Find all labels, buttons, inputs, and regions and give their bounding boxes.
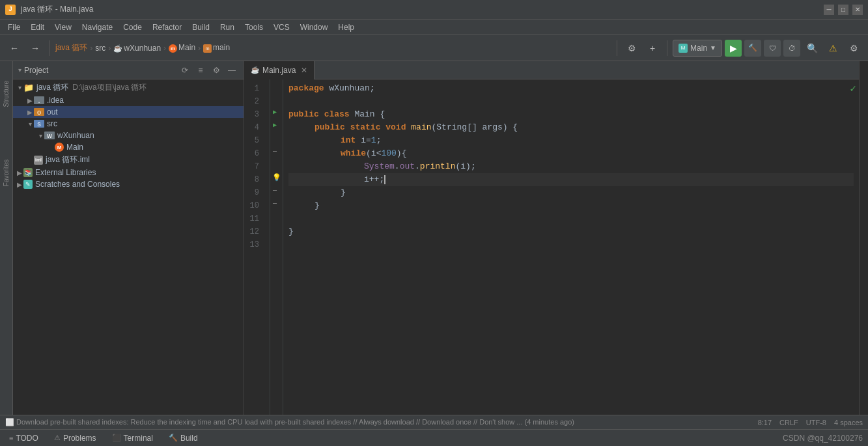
menu-edit[interactable]: Edit: [25, 21, 49, 33]
gutter-run-btn-4[interactable]: ▶: [270, 118, 279, 132]
ide-settings-button[interactable]: ⚙: [845, 39, 863, 57]
editor-content[interactable]: 1 2 3 4 5 6 7 8 9 10 11 12 13 ▶ ▶: [244, 79, 859, 415]
menu-tools[interactable]: Tools: [240, 21, 268, 33]
tree-out-arrow: ▶: [26, 109, 34, 116]
gutter-line-5: [270, 132, 283, 145]
window-controls: ─ □ ✕: [824, 5, 863, 15]
bottom-tab-problems[interactable]: ⚠ Problems: [50, 432, 100, 444]
code-line-1: package wXunhuan;: [288, 82, 854, 95]
toolbar-settings-btn[interactable]: ⚙: [623, 39, 641, 57]
src-folder-label: src: [47, 119, 57, 128]
project-sync-btn[interactable]: ⟳: [178, 64, 191, 77]
maximize-button[interactable]: □: [838, 5, 848, 15]
toolbar-back-btn[interactable]: ←: [5, 39, 23, 57]
gutter-line-8: 💡: [270, 171, 283, 184]
todo-label: TODO: [16, 434, 38, 443]
menu-file[interactable]: File: [3, 21, 25, 33]
search-everywhere-button[interactable]: 🔍: [803, 39, 821, 57]
root-project-path: D:\java项目\java 循环: [72, 82, 147, 93]
menu-window[interactable]: Window: [295, 21, 333, 33]
build-button[interactable]: 🔨: [744, 40, 761, 57]
breadcrumb-sep-3: ›: [163, 44, 166, 53]
line-separator[interactable]: CRLF: [779, 419, 798, 426]
menu-code[interactable]: Code: [118, 21, 147, 33]
gutter-fold-btn-10[interactable]: —: [270, 197, 279, 210]
tree-src-item[interactable]: ▾ s src: [13, 118, 244, 130]
breadcrumb-item-3[interactable]: ☕wXunhuan: [113, 44, 161, 53]
code-area[interactable]: package wXunhuan; public class Main { pu…: [283, 79, 859, 415]
project-settings-btn[interactable]: ⚙: [210, 64, 223, 77]
bottom-tab-build[interactable]: 🔨 Build: [165, 432, 202, 444]
run-button[interactable]: ▶: [725, 40, 742, 57]
breadcrumb-item-1[interactable]: java 循环: [55, 42, 87, 53]
close-button[interactable]: ✕: [852, 5, 863, 15]
tree-root-item[interactable]: ▾ 📁 java 循环 D:\java项目\java 循环: [13, 81, 244, 94]
status-bar: ⬜ Download pre-built shared indexes: Red…: [0, 415, 868, 429]
profile-button[interactable]: ⏱: [783, 40, 800, 57]
favorites-tab[interactable]: Favorites: [3, 160, 10, 186]
menu-run[interactable]: Run: [215, 21, 240, 33]
structure-tab[interactable]: Structure: [3, 81, 10, 107]
tree-root-arrow: ▾: [16, 84, 23, 91]
gutter-line-2: [270, 92, 283, 105]
external-lib-label: External Libraries: [35, 168, 96, 177]
project-header: ▾ Project ⟳ ≡ ⚙ —: [13, 61, 244, 79]
tree-main-item[interactable]: ▶ M Main: [13, 141, 244, 153]
bottom-tab-todo[interactable]: ≡ TODO: [5, 432, 42, 444]
status-bar-right: 8:17 CRLF UTF-8 4 spaces: [758, 419, 863, 426]
tree-scratches-item[interactable]: ▶ ✎ Scratches and Consoles: [13, 178, 244, 190]
indent-setting[interactable]: 4 spaces: [834, 419, 863, 426]
build-tab-icon: 🔨: [169, 434, 178, 442]
toolbar-forward-btn[interactable]: →: [26, 39, 44, 57]
gutter-fold-btn-6[interactable]: —: [270, 145, 279, 158]
project-collapse-btn[interactable]: ≡: [194, 64, 207, 77]
tree-external-arrow: ▶: [16, 169, 23, 176]
iml-file-label: java 循环.iml: [46, 154, 90, 165]
project-dropdown-icon: ▾: [18, 66, 21, 74]
project-close-btn[interactable]: —: [225, 64, 238, 77]
menu-view[interactable]: View: [49, 21, 77, 33]
toolbar-right: 🔍 ⚠ ⚙: [803, 39, 863, 57]
toolbar: ← → java 循环 › src › ☕wXunhuan › mMain › …: [0, 35, 868, 61]
tree-external-item[interactable]: ▶ 📚 External Libraries: [13, 167, 244, 178]
cursor-position[interactable]: 8:17: [758, 419, 772, 426]
tree-out-item[interactable]: ▶ o out: [13, 106, 244, 118]
problems-icon: ⚠: [54, 434, 61, 442]
line-numbers: 1 2 3 4 5 6 7 8 9 10 11 12 13: [244, 79, 270, 415]
menu-vcs[interactable]: VCS: [268, 21, 295, 33]
bottom-right: CSDN @qq_42100276: [783, 434, 863, 443]
breadcrumb-item-4[interactable]: mMain: [169, 43, 195, 53]
tree-scratches-arrow: ▶: [16, 181, 23, 188]
menu-build[interactable]: Build: [187, 21, 215, 33]
code-line-13: [288, 238, 854, 251]
breadcrumb-item-5[interactable]: mmain: [203, 43, 230, 53]
menu-navigate[interactable]: Navigate: [77, 21, 118, 33]
tree-wxunhuan-item[interactable]: ▾ w wXunhuan: [13, 130, 244, 141]
toolbar-separator-1: [49, 40, 50, 56]
terminal-label: Terminal: [124, 434, 153, 443]
tree-iml-item[interactable]: ▶ iml java 循环.iml: [13, 153, 244, 167]
toolbar-add-btn[interactable]: +: [643, 39, 662, 57]
notifications-button[interactable]: ⚠: [824, 39, 842, 57]
tab-close-btn[interactable]: ✕: [301, 66, 307, 75]
gutter-run-btn-3[interactable]: ▶: [270, 105, 279, 118]
tab-main-java[interactable]: ☕ Main.java ✕: [244, 61, 315, 79]
coverage-button[interactable]: 🛡: [764, 40, 781, 57]
file-encoding[interactable]: UTF-8: [806, 419, 826, 426]
minimize-button[interactable]: ─: [824, 5, 834, 15]
wxunhuan-folder-label: wXunhuan: [57, 131, 94, 140]
file-tree: ▾ 📁 java 循环 D:\java项目\java 循环 ▶ . .idea …: [13, 79, 244, 415]
run-config-dropdown[interactable]: M Main ▼: [673, 40, 722, 57]
menu-help[interactable]: Help: [333, 21, 359, 33]
todo-icon: ≡: [9, 434, 13, 442]
tree-idea-item[interactable]: ▶ . .idea: [13, 94, 244, 106]
tab-java-icon: ☕: [251, 66, 260, 74]
code-line-8: i++;: [288, 173, 854, 186]
bottom-tab-terminal[interactable]: ⬛ Terminal: [108, 432, 157, 444]
menu-refactor[interactable]: Refactor: [147, 21, 187, 33]
gutter-fold-btn-9[interactable]: —: [270, 184, 279, 197]
right-strip: [859, 61, 868, 415]
gutter-line-1: [270, 79, 283, 92]
breadcrumb-item-2[interactable]: src: [95, 44, 105, 53]
code-line-5: int i=1;: [288, 134, 854, 147]
